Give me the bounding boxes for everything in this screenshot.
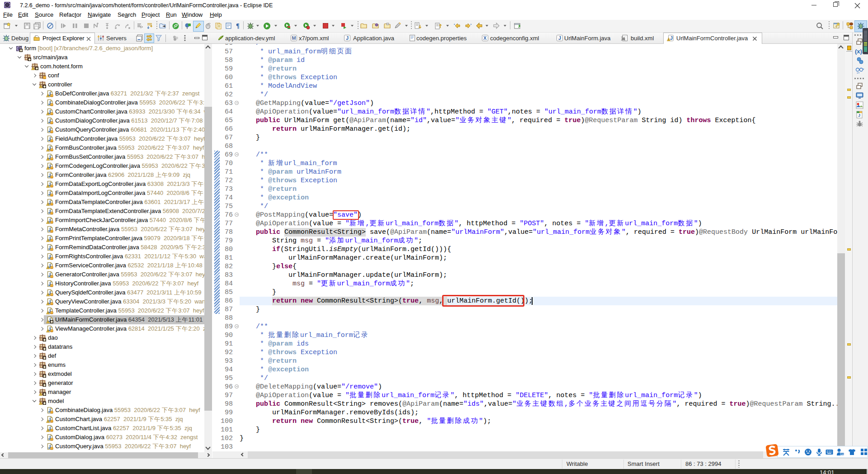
- svg-text:¶: ¶: [236, 23, 240, 29]
- svg-text:J: J: [558, 35, 561, 41]
- svg-text:J: J: [670, 35, 673, 41]
- svg-text:x=: x=: [857, 71, 860, 74]
- svg-text:M: M: [292, 35, 296, 41]
- svg-text:X: X: [483, 35, 487, 41]
- svg-text:35: 35: [841, 453, 844, 456]
- svg-text:J: J: [346, 35, 349, 41]
- svg-text:MJ: MJ: [19, 45, 22, 48]
- svg-text:J: J: [858, 113, 860, 118]
